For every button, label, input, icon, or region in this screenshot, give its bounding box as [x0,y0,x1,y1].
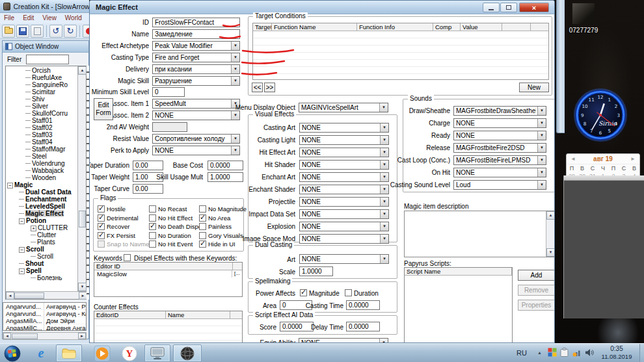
visual-effect-combo[interactable]: NONE▼ [299,185,389,194]
flag-option[interactable]: FX Persist [98,231,149,240]
visual-effect-combo[interactable]: NONE▼ [299,123,389,133]
gray-window-titlebar[interactable] [564,175,644,181]
menu-display-combo[interactable]: MAGINVIceSpellArt▼ [299,103,388,112]
tree-item[interactable]: +CLUTTER [6,224,77,231]
clipboard-tray-icon[interactable] [560,348,569,357]
flag-option[interactable]: No Duration [149,231,199,240]
tree-item[interactable]: −Potion [6,217,77,224]
flag-option[interactable]: No Hit Effect [149,214,199,223]
desktop-icon-thumbnail[interactable] [572,3,595,24]
menu-item[interactable]: View [42,14,57,23]
scrollbar-thumb[interactable] [14,292,44,299]
dialog-titlebar[interactable]: Magic Effect × [90,1,554,14]
tree-item[interactable]: Clutter [6,231,77,239]
base-cost-input[interactable]: 0.0000 [208,161,243,170]
condition-next-button[interactable]: >> [264,83,275,92]
description-textarea[interactable]: ▲ ▼ [404,211,555,257]
archetype-combo[interactable]: Peak Value Modifier▼ [152,41,240,51]
scroll-down-icon[interactable]: ▼ [546,248,555,257]
sound-combo[interactable]: NONE▼ [453,168,546,177]
menu-item[interactable]: File [4,14,14,23]
assoc-item1-combo[interactable]: SpeedMult▼ [152,99,240,109]
resist-value-combo[interactable]: Сопротивление холоду▼ [152,134,240,144]
filter-input[interactable] [26,55,69,64]
visual-effect-combo[interactable]: NONE▼ [299,234,389,244]
visual-effect-combo[interactable]: NONE▼ [299,135,389,145]
script-name-header[interactable]: Script Name [405,268,512,275]
sound-combo[interactable]: MAGFrostBiteFireLPMSD▼ [453,155,546,165]
sound-combo[interactable]: MAGFrostbiteFire2DSD▼ [453,143,546,153]
sound-combo[interactable]: NONE▼ [453,118,546,128]
score-input[interactable]: 0.0000 [280,322,314,331]
calendar-prev-icon[interactable]: ◄ [570,154,576,164]
counter-header-name[interactable]: Name [166,311,230,318]
visual-effect-combo[interactable]: NONE▼ [299,222,389,231]
show-desktop-button[interactable] [639,344,644,362]
maximize-button[interactable] [500,3,517,12]
save-button[interactable] [16,25,29,38]
tree-item[interactable]: Orcish [6,67,77,74]
start-button[interactable] [3,344,22,362]
flag-option[interactable]: Detrimental [98,214,149,223]
id-input[interactable]: FrostSlowFFContact [152,18,240,27]
perk-combo[interactable]: NONE▼ [152,146,240,155]
tree-item[interactable]: Enchantment [6,196,77,203]
scroll-up-icon[interactable]: ▲ [546,211,555,220]
tree-item[interactable]: Wooden [6,174,77,181]
taper-duration-input[interactable]: 0.00 [133,161,163,170]
tree-item[interactable]: Magic Effect [6,210,77,217]
tree-item[interactable]: SkullofCorru [6,110,77,117]
object-list-row[interactable]: AngasMillA...Дом Эйри [3,317,86,324]
visual-effect-combo[interactable]: NONE▼ [299,160,389,170]
tree-item[interactable]: LeveledSpell [6,203,77,210]
scroll-left-icon[interactable]: ◄ [3,333,11,339]
tree-item[interactable]: SanguineRo [6,81,77,88]
casting-type-combo[interactable]: Fire and Forget▼ [152,53,240,62]
dual-art-combo[interactable]: NONE▼ [299,254,389,264]
casting-time-input[interactable]: 0.0000 [346,300,380,310]
minimize-button[interactable] [483,3,500,12]
scroll-right-icon[interactable]: ► [78,333,86,339]
tree-item[interactable]: Staff01 [6,117,77,124]
tree-item[interactable]: −Scroll [6,246,77,253]
tree-item[interactable]: RuefulAxe [6,74,77,81]
tree-item[interactable]: Shiv [6,96,77,103]
edit-form-button[interactable]: Edit Form [94,98,113,120]
magic-skill-combo[interactable]: Разрушение▼ [152,76,240,86]
counter-header-editorid[interactable]: EditorID [94,311,166,318]
tree-item[interactable]: Wabbajack [6,167,77,174]
tree-horizontal-scrollbar[interactable]: ◄ ► [6,291,87,299]
min-skill-input[interactable]: 0 [152,87,185,97]
object-window-titlebar[interactable]: Object Window [3,41,88,53]
new-condition-button[interactable]: New [519,83,549,92]
taskbar-media-button[interactable] [90,344,114,362]
assoc-item2-combo[interactable]: NONE▼ [152,110,240,120]
condition-column-header[interactable]: Function Info [357,23,433,31]
details-button[interactable] [31,25,44,38]
scroll-up-icon[interactable]: ▲ [78,66,87,75]
close-button[interactable]: × [519,3,549,12]
antivirus-tray-icon[interactable] [548,348,557,357]
condition-column-header[interactable] [502,23,531,31]
sound-combo[interactable]: NONE▼ [453,131,546,140]
condition-prev-button[interactable]: << [252,83,263,92]
dispel-checkbox[interactable] [124,254,131,261]
tree-item[interactable]: Volendrung [6,160,77,167]
condition-column-header[interactable]: Function Name [272,23,357,31]
condition-column-header[interactable]: Value [461,23,502,31]
flag-option[interactable]: Hostile [98,205,149,214]
taskbar-app-button[interactable] [144,344,170,362]
tree-item[interactable]: Staff02 [6,124,77,131]
tree-item[interactable]: Plants [6,239,77,246]
tree-expander-icon[interactable]: + [31,226,36,231]
flag-option[interactable]: No Hit Event [149,240,199,249]
object-list-row[interactable]: Angarvund...Ангарвунд - Кат [3,310,86,317]
visual-effect-combo[interactable]: NONE▼ [299,197,389,207]
sound-combo[interactable]: MAGFrostbiteDrawSheatheLPMSD▼ [453,106,546,116]
ck-titlebar[interactable]: Creation Kit - [SlowArrow.esp [0,0,89,13]
object-list-row[interactable]: Angarvund...Ангарвунд - Рун [3,303,86,310]
name-input[interactable]: Замедление [152,29,240,39]
tree-item[interactable]: Staff03 [6,131,77,138]
dual-scale-input[interactable]: 1.0000 [299,266,333,276]
tree-vertical-scrollbar[interactable]: ▲ ▼ [77,66,86,291]
